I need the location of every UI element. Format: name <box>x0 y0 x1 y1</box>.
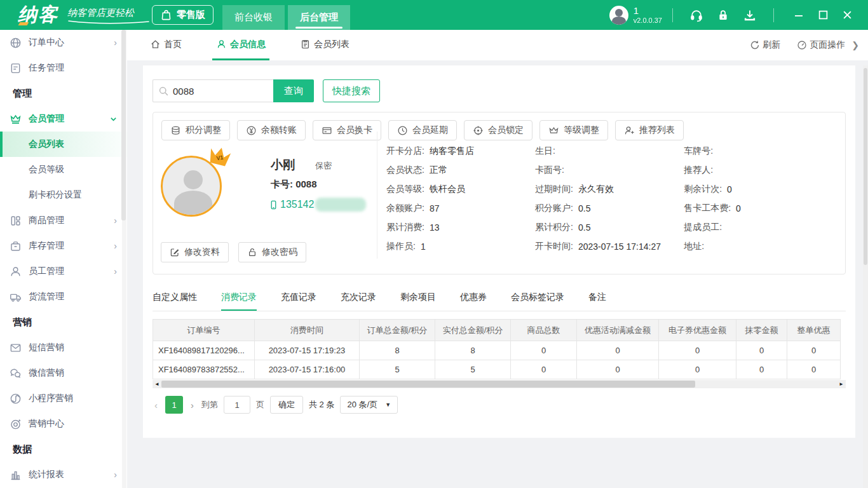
sidebar-item-staff-management[interactable]: 员工管理 › <box>0 259 127 284</box>
member-extend-button[interactable]: 会员延期 <box>388 120 457 140</box>
sidebar-item-order-center[interactable]: 订单中心 › <box>0 30 127 55</box>
tab-count-recharge-records[interactable]: 充次记录 <box>341 284 376 311</box>
gauge-icon <box>797 40 807 50</box>
page-operations-button[interactable]: 页面操作 <box>797 39 845 51</box>
main-area: 首页 会员信息 会员列表 刷新 页面操作 ❯ <box>127 30 868 488</box>
goto-page-input[interactable] <box>224 396 250 414</box>
tab-member-tag-records[interactable]: 会员标签记录 <box>511 284 564 311</box>
sidebar-item-task-management[interactable]: 任务管理 <box>0 55 127 81</box>
edit-icon <box>170 247 180 257</box>
miniprogram-icon <box>10 393 22 405</box>
referral-list-button[interactable]: 推荐列表 <box>615 120 684 140</box>
user-info[interactable]: 1 v2.0.0.37 <box>609 6 662 25</box>
sidebar-item-inventory-management[interactable]: 库存管理 › <box>0 233 127 259</box>
sidebar-item-logistics-management[interactable]: 货流管理 <box>0 284 127 309</box>
sidebar-scrollbar[interactable] <box>122 30 126 488</box>
mail-icon <box>10 342 22 354</box>
maximize-button[interactable] <box>813 6 832 24</box>
crown-icon <box>548 125 559 136</box>
nav-tab-front-cashier[interactable]: 前台收银 <box>222 5 285 30</box>
vertical-scrollbar[interactable] <box>863 65 868 488</box>
tab-remarks[interactable]: 备注 <box>588 284 606 311</box>
sidebar-subitem-member-list[interactable]: 会员列表 <box>0 132 127 157</box>
balance-transfer-button[interactable]: 余额转账 <box>237 120 306 140</box>
tab-remaining-items[interactable]: 剩余项目 <box>400 284 436 311</box>
search-icon <box>158 86 169 97</box>
phone-privacy-mask <box>315 198 366 212</box>
divider <box>377 132 377 259</box>
chevron-down-icon <box>110 116 117 123</box>
crosshair-icon <box>473 125 484 136</box>
search-input[interactable] <box>173 86 268 97</box>
user-name: 1 <box>634 6 662 17</box>
goods-icon <box>10 215 22 227</box>
detail-value: 0.5 <box>578 222 590 233</box>
tab-consumption-records[interactable]: 消费记录 <box>221 284 257 311</box>
app-logo: 纳客 <box>18 2 58 28</box>
tab-recharge-records[interactable]: 充值记录 <box>281 284 316 311</box>
chevron-right-icon[interactable]: ❯ <box>851 40 859 50</box>
level-adjust-button[interactable]: 等级调整 <box>539 120 608 140</box>
home-icon <box>150 39 161 50</box>
chevron-right-icon: › <box>114 241 117 251</box>
page-tab-actions: 刷新 页面操作 ❯ <box>733 39 859 51</box>
page-unit-label: 页 <box>256 399 264 410</box>
coins-icon <box>170 125 181 136</box>
sidebar-section-management: 管理 <box>0 81 127 106</box>
lock-icon[interactable] <box>716 8 730 22</box>
sidebar-item-marketing-center[interactable]: 营销中心 <box>0 411 127 437</box>
nav-tab-backend-admin[interactable]: 后台管理 <box>288 5 350 30</box>
horizontal-scrollbar[interactable]: ◄ ► <box>153 380 846 388</box>
globe-icon <box>10 37 22 49</box>
prev-page-button[interactable]: ‹ <box>153 400 159 410</box>
staff-icon <box>10 266 22 278</box>
chevron-right-icon: › <box>114 37 117 48</box>
sidebar-subitem-card-points-settings[interactable]: 刷卡积分设置 <box>0 182 127 208</box>
total-count-label: 共 2 条 <box>309 399 334 410</box>
card-replace-button[interactable]: 会员换卡 <box>313 120 381 140</box>
quick-search-button[interactable]: 快捷搜索 <box>323 79 380 102</box>
truck-icon <box>10 291 22 303</box>
member-details: 开卡分店:纳客零售店 会员状态:正常 会员等级:铁杆会员 余额账户:87 累计消… <box>386 142 839 256</box>
scrollbar-thumb[interactable] <box>864 68 867 265</box>
customer-service-icon[interactable] <box>689 8 703 22</box>
scrollbar-thumb[interactable] <box>161 381 695 388</box>
page-number-button[interactable]: 1 <box>165 396 183 414</box>
detail-value: 0 <box>736 203 741 214</box>
sidebar-item-statistics-report[interactable]: 统计报表 › <box>0 462 127 487</box>
tab-member-list[interactable]: 会员列表 <box>296 30 353 60</box>
member-icon <box>216 39 227 50</box>
page-size-select[interactable]: 20 条/页 ▼ <box>340 396 398 414</box>
detail-value: 0 <box>727 184 732 194</box>
edit-profile-button[interactable]: 修改资料 <box>161 242 229 262</box>
query-button[interactable]: 查询 <box>273 79 314 102</box>
table-row[interactable]: XF164089817120296... 2023-07-15 17:19:23… <box>153 341 841 360</box>
confirm-button[interactable]: 确定 <box>270 396 303 414</box>
tab-home[interactable]: 首页 <box>146 30 186 60</box>
points-adjust-button[interactable]: 积分调整 <box>161 120 230 140</box>
sidebar-item-member-management[interactable]: 会员管理 <box>0 106 127 132</box>
sidebar-subitem-member-level[interactable]: 会员等级 <box>0 157 127 182</box>
download-icon[interactable] <box>743 8 757 22</box>
minimize-button[interactable] <box>789 6 808 24</box>
tab-coupons[interactable]: 优惠券 <box>460 284 487 311</box>
member-lock-button[interactable]: 会员锁定 <box>464 120 532 140</box>
sidebar-item-sms-marketing[interactable]: 短信营销 <box>0 335 127 360</box>
tab-custom-attributes[interactable]: 自定义属性 <box>153 284 197 311</box>
bar-chart-icon <box>10 469 22 481</box>
edit-password-button[interactable]: 修改密码 <box>238 242 306 262</box>
column-header: 商品总数 <box>511 320 577 341</box>
table-row[interactable]: XF164089783872552... 2023-07-15 17:16:00… <box>153 360 841 379</box>
table-header-row: 订单编号 消费时间 订单总金额/积分 实付总金额/积分 商品总数 优惠活动满减金… <box>153 320 841 341</box>
close-button[interactable] <box>837 6 857 24</box>
next-page-button[interactable]: › <box>189 400 196 410</box>
tab-member-info[interactable]: 会员信息 <box>212 30 269 60</box>
search-row: 查询 快捷搜索 <box>143 65 855 102</box>
sidebar-item-wechat-marketing[interactable]: 微信营销 <box>0 360 127 386</box>
sidebar-item-miniprogram-marketing[interactable]: 小程序营销 <box>0 386 127 411</box>
refresh-button[interactable]: 刷新 <box>750 39 780 51</box>
app-version: v2.0.0.37 <box>634 17 662 24</box>
scroll-right-arrow[interactable]: ► <box>837 380 846 388</box>
scroll-left-arrow[interactable]: ◄ <box>153 380 161 388</box>
sidebar-item-goods-management[interactable]: 商品管理 › <box>0 208 127 233</box>
